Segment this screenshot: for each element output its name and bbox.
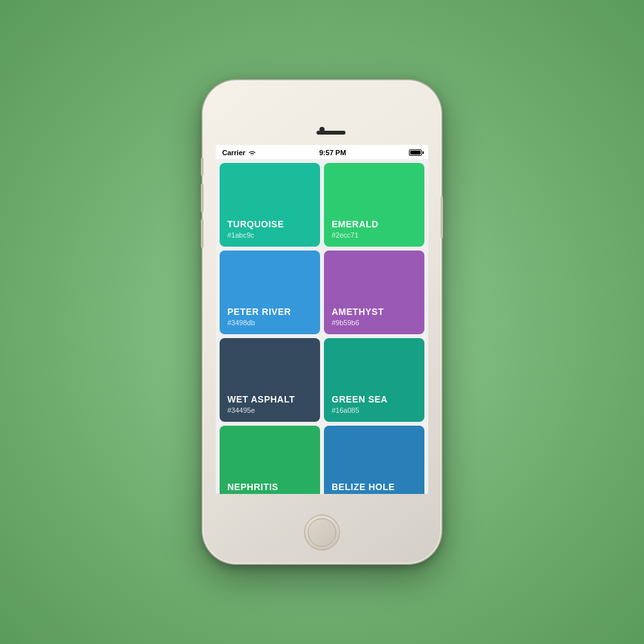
color-tile-name: WET ASPHALT bbox=[227, 394, 312, 405]
color-tile[interactable]: PETER RIVER#3498db bbox=[220, 251, 320, 334]
volume-down-button[interactable] bbox=[201, 219, 204, 248]
color-tile-name: TURQUOISE bbox=[227, 219, 312, 230]
mute-button[interactable] bbox=[201, 158, 204, 176]
wifi-icon bbox=[248, 149, 256, 156]
status-bar: Carrier 9:57 PM bbox=[216, 145, 428, 159]
home-button-inner bbox=[308, 518, 336, 547]
color-tile-name: EMERALD bbox=[332, 219, 417, 230]
color-tile[interactable]: NEPHRITIS#27ae60 bbox=[220, 426, 320, 494]
home-button[interactable] bbox=[305, 516, 339, 549]
color-tile-hex: #34495e bbox=[227, 406, 312, 414]
carrier-info: Carrier bbox=[222, 149, 256, 156]
color-tile-hex: #1abc9c bbox=[227, 231, 312, 239]
carrier-label: Carrier bbox=[222, 149, 245, 156]
volume-up-button[interactable] bbox=[201, 184, 204, 213]
color-tile-hex: #16a085 bbox=[332, 406, 417, 414]
color-tile-name: BELIZE HOLE bbox=[332, 482, 417, 493]
color-tile[interactable]: WET ASPHALT#34495e bbox=[220, 338, 320, 422]
color-tile-hex: #9b59b6 bbox=[332, 319, 417, 327]
phone-screen: Carrier 9:57 PM TURQUOISE#1abc9cEMERALD#… bbox=[216, 145, 428, 494]
color-tile-name: NEPHRITIS bbox=[227, 482, 312, 493]
power-button[interactable] bbox=[440, 196, 443, 238]
color-tile[interactable]: EMERALD#2ecc71 bbox=[324, 163, 424, 247]
color-tile[interactable]: GREEN SEA#16a085 bbox=[324, 338, 424, 422]
color-tile-hex: #2ecc71 bbox=[332, 231, 417, 239]
color-tile[interactable]: TURQUOISE#1abc9c bbox=[220, 163, 320, 247]
phone-body: Carrier 9:57 PM TURQUOISE#1abc9cEMERALD#… bbox=[203, 80, 441, 564]
color-grid: TURQUOISE#1abc9cEMERALD#2ecc71PETER RIVE… bbox=[216, 159, 428, 494]
phone-device: Carrier 9:57 PM TURQUOISE#1abc9cEMERALD#… bbox=[203, 80, 441, 564]
color-tile-hex: #3498db bbox=[227, 319, 312, 327]
color-tile[interactable]: BELIZE HOLE#2980b9 bbox=[324, 426, 424, 494]
battery-indicator bbox=[409, 149, 422, 156]
color-tile-name: GREEN SEA bbox=[332, 394, 417, 405]
status-time: 9:57 PM bbox=[319, 149, 346, 156]
color-tile[interactable]: AMETHYST#9b59b6 bbox=[324, 251, 424, 334]
color-tile-name: AMETHYST bbox=[332, 307, 417, 317]
color-tile-name: PETER RIVER bbox=[227, 307, 312, 317]
earpiece-speaker bbox=[317, 131, 346, 135]
